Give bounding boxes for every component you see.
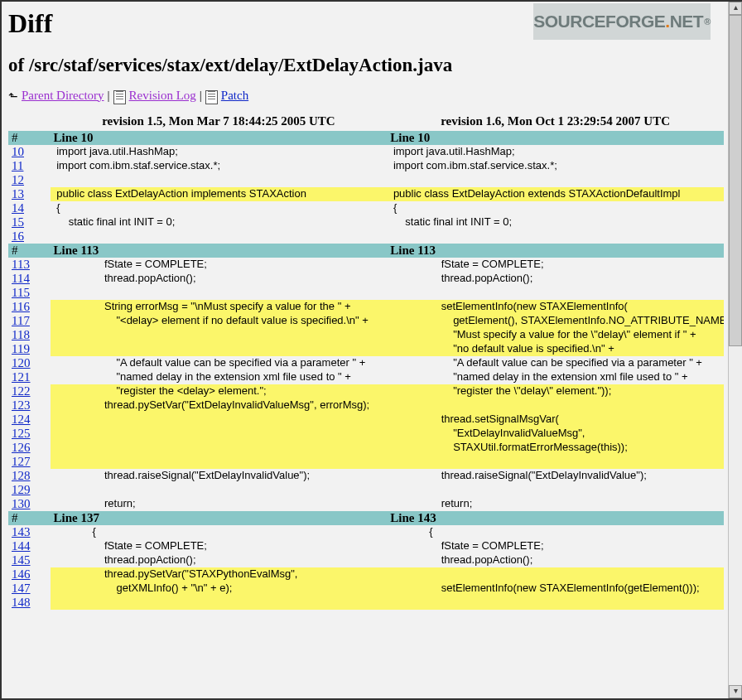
- line-number-link[interactable]: 13: [12, 187, 24, 200]
- diff-row: 114 thread.popAction(); thread.popAction…: [8, 272, 724, 286]
- line-number-cell: 124: [8, 413, 51, 427]
- diff-cell-right: [387, 398, 724, 413]
- line-label-right: Line 143: [387, 511, 724, 525]
- line-label-right: Line 10: [387, 131, 724, 145]
- diff-cell-right: [387, 596, 724, 610]
- line-label-left: Line 10: [51, 131, 388, 145]
- line-number-link[interactable]: 126: [12, 441, 31, 454]
- line-number-link[interactable]: 121: [12, 370, 31, 384]
- diff-cell-left: thread.pySetVar("ExtDelayInvalidValueMsg…: [51, 398, 388, 413]
- diff-cell-right: import java.util.HashMap;: [387, 145, 724, 159]
- revision-left: revision 1.5, Mon Mar 7 18:44:25 2005 UT…: [51, 114, 388, 131]
- line-number-link[interactable]: 116: [12, 300, 30, 313]
- line-number-cell: 120: [8, 356, 51, 370]
- line-number-link[interactable]: 119: [12, 342, 30, 355]
- diff-cell-right: [387, 567, 724, 582]
- line-number-link[interactable]: 16: [12, 229, 24, 243]
- diff-cell-left: "register the <delay> element.";: [51, 384, 388, 398]
- line-number-cell: 117: [8, 314, 51, 328]
- app-frame: ▴ ▾ SOURCEFORGE.NET® Diff of /src/staf/s…: [0, 0, 742, 700]
- diff-row: 117 "<delay> element if no default value…: [8, 314, 724, 328]
- line-number-link[interactable]: 117: [12, 314, 30, 327]
- diff-row: 118 "Must specify a value for the \"dela…: [8, 328, 724, 342]
- line-number-link[interactable]: 113: [12, 258, 30, 271]
- line-number-link[interactable]: 144: [12, 539, 31, 553]
- diff-row: 121 "named delay in the extension xml fi…: [8, 370, 724, 384]
- line-number-cell: 129: [8, 483, 51, 497]
- diff-cell-right: thread.raiseSignal("ExtDelayInvalidValue…: [387, 469, 724, 483]
- line-number-link[interactable]: 15: [12, 215, 24, 229]
- revision-log-link[interactable]: Revision Log: [129, 89, 196, 103]
- scroll-up-button[interactable]: ▴: [729, 2, 742, 15]
- diff-cell-right: setElementInfo(new STAXElementInfo(: [387, 300, 724, 314]
- line-number-link[interactable]: 129: [12, 483, 31, 496]
- document-icon: [113, 90, 126, 104]
- line-number-link[interactable]: 130: [12, 497, 31, 510]
- line-number-link[interactable]: 12: [12, 173, 24, 186]
- line-number-link[interactable]: 115: [12, 286, 30, 299]
- diff-cell-right: "Must specify a value for the \"delay\" …: [387, 328, 724, 342]
- revision-header-row: revision 1.5, Mon Mar 7 18:44:25 2005 UT…: [8, 114, 724, 131]
- line-number-link[interactable]: 11: [12, 159, 23, 172]
- line-number-link[interactable]: 124: [12, 413, 31, 426]
- line-number-link[interactable]: 10: [12, 145, 24, 158]
- line-number-cell: 14: [8, 201, 51, 215]
- diff-row: 119 "no default value is specified.\n" +: [8, 342, 724, 356]
- hash-cell: #: [8, 131, 51, 145]
- diff-cell-right: "no default value is specified.\n" +: [387, 342, 724, 356]
- scroll-track[interactable]: [729, 15, 742, 685]
- diff-cell-right: thread.popAction();: [387, 272, 724, 286]
- diff-cell-left: thread.raiseSignal("ExtDelayInvalidValue…: [51, 469, 388, 483]
- diff-row: 143 { {: [8, 525, 724, 539]
- line-number-link[interactable]: 120: [12, 356, 31, 369]
- line-number-cell: 122: [8, 384, 51, 398]
- scroll-down-button[interactable]: ▾: [729, 685, 742, 698]
- diff-row: 146 thread.pySetVar("STAXPythonEvalMsg",: [8, 567, 724, 582]
- hash-cell: #: [8, 244, 51, 258]
- diff-cell-right: getElement(), STAXElementInfo.NO_ATTRIBU…: [387, 314, 724, 328]
- line-number-cell: 144: [8, 539, 51, 553]
- diff-row: 125 "ExtDelayInvalidValueMsg",: [8, 427, 724, 441]
- line-number-link[interactable]: 14: [12, 201, 24, 215]
- line-number-link[interactable]: 145: [12, 553, 31, 567]
- patch-link[interactable]: Patch: [221, 89, 248, 103]
- line-number-cell: 10: [8, 145, 51, 159]
- diff-cell-left: "A default value can be specified via a …: [51, 356, 388, 370]
- scroll-thumb[interactable]: [729, 15, 742, 346]
- vertical-scrollbar[interactable]: ▴ ▾: [728, 2, 742, 698]
- diff-cell-left: String errorMsg = "\nMust specify a valu…: [51, 300, 388, 314]
- diff-row: 16: [8, 229, 724, 244]
- diff-cell-right: thread.popAction();: [387, 553, 724, 567]
- diff-row: 115: [8, 286, 724, 300]
- diff-cell-right: fState = COMPLETE;: [387, 258, 724, 272]
- diff-cell-right: [387, 229, 724, 244]
- line-number-cell: 146: [8, 567, 51, 582]
- line-number-cell: 119: [8, 342, 51, 356]
- diff-row: 130 return; return;: [8, 497, 724, 511]
- diff-section-header: #Line 113Line 113: [8, 244, 724, 258]
- line-number-link[interactable]: 118: [12, 328, 30, 341]
- line-number-link[interactable]: 127: [12, 455, 31, 468]
- line-number-cell: 123: [8, 398, 51, 413]
- diff-row: 147 getXMLInfo() + "\n" + e); setElement…: [8, 582, 724, 596]
- diff-section-header: #Line 10Line 10: [8, 131, 724, 145]
- diff-cell-left: [51, 427, 388, 441]
- line-number-link[interactable]: 114: [12, 272, 30, 285]
- diff-row: 126 STAXUtil.formatErrorMessage(this));: [8, 441, 724, 455]
- line-number-link[interactable]: 123: [12, 398, 31, 412]
- diff-row: 124 thread.setSignalMsgVar(: [8, 413, 724, 427]
- parent-directory-link[interactable]: Parent Directory: [22, 89, 104, 103]
- sourceforge-logo[interactable]: SOURCEFORGE.NET®: [533, 3, 711, 40]
- line-number-cell: 118: [8, 328, 51, 342]
- line-number-link[interactable]: 125: [12, 427, 31, 440]
- line-number-link[interactable]: 146: [12, 567, 31, 581]
- diff-cell-left: import com.ibm.staf.service.stax.*;: [51, 159, 388, 173]
- line-number-link[interactable]: 143: [12, 525, 31, 538]
- diff-row: 14 { {: [8, 201, 724, 215]
- diff-row: 13 public class ExtDelayAction implement…: [8, 187, 724, 201]
- line-number-link[interactable]: 147: [12, 582, 31, 595]
- line-number-link[interactable]: 148: [12, 596, 31, 609]
- line-number-link[interactable]: 122: [12, 384, 31, 398]
- diff-cell-left: [51, 229, 388, 244]
- line-number-link[interactable]: 128: [12, 469, 31, 482]
